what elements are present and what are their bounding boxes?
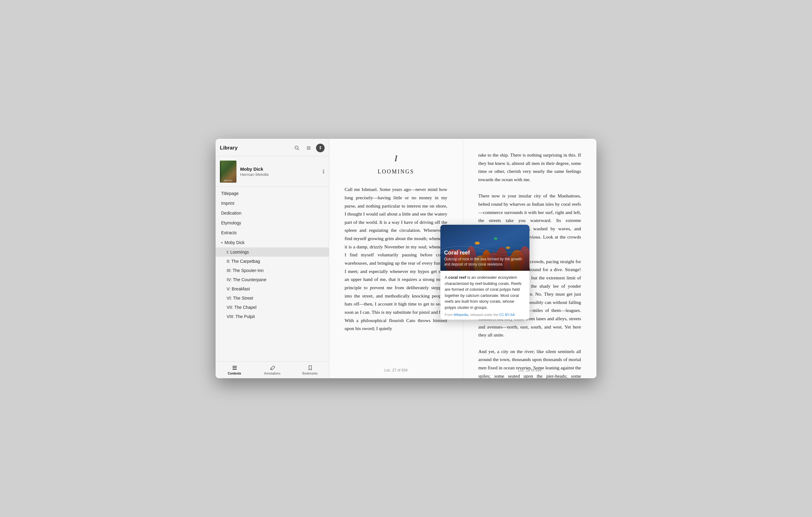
- page-left-text: Call me Ishmael. Some years ago—never mi…: [345, 185, 447, 333]
- toc-item-titlepage[interactable]: Titlepage: [215, 188, 329, 198]
- toc-item-ch4[interactable]: IV: The Counterpane: [215, 275, 329, 284]
- sidebar-header: Library: [215, 139, 329, 156]
- reading-area: I Loomings Call me Ishmael. Some years a…: [329, 139, 597, 378]
- tooltip-image: Coral reef Outcrop of rock in the sea fo…: [440, 225, 529, 271]
- toc-list: Titlepage Imprint Dedication Etymology E…: [215, 187, 329, 361]
- toc-item-ch1[interactable]: I: Loomings: [215, 247, 329, 257]
- wikipedia-link[interactable]: Wikipedia: [454, 313, 468, 316]
- tab-bookmarks-label: Bookmarks: [302, 372, 318, 375]
- sidebar: Library: [215, 139, 329, 378]
- tooltip-image-caption: Outcrop of rock in the sea formed by the…: [444, 257, 526, 267]
- book-author: Herman Melville: [240, 172, 319, 177]
- tooltip-desc-text: is an underwater ecosystem characterized…: [445, 275, 521, 310]
- tab-annotations-label: Annotations: [264, 372, 281, 375]
- toc-item-extracts[interactable]: Extracts: [215, 228, 329, 238]
- svg-line-1: [298, 149, 299, 150]
- toc-item-ch3[interactable]: III: The Spouter-Inn: [215, 266, 329, 275]
- page-left-location: Loc. 27 of 934: [329, 367, 463, 373]
- tooltip-title: Coral reef: [444, 250, 526, 256]
- svg-point-25: [494, 237, 497, 240]
- tooltip-source: From Wikipedia, released under the CC BY…: [445, 313, 525, 316]
- info-icon[interactable]: ℹ: [322, 168, 325, 175]
- toc-item-ch5[interactable]: V: Breakfast: [215, 284, 329, 294]
- tab-annotations[interactable]: Annotations: [253, 362, 291, 378]
- sidebar-footer: Contents Annotations Bookmarks: [215, 361, 329, 378]
- tab-contents[interactable]: Contents: [215, 362, 253, 378]
- app-window: Library: [215, 139, 597, 378]
- tab-bookmarks[interactable]: Bookmarks: [291, 362, 329, 378]
- book-info: MOBY DICK Moby Dick Herman Melville ℹ: [215, 156, 329, 187]
- book-cover: MOBY DICK: [220, 160, 236, 183]
- svg-point-24: [475, 242, 480, 245]
- tooltip-description: A coral reef is an underwater ecosystem …: [445, 274, 525, 310]
- sidebar-header-icons: [293, 144, 325, 152]
- tooltip-keyword: coral reef: [448, 275, 466, 280]
- toc-section-label: Moby Dick: [225, 240, 244, 245]
- tab-contents-label: Contents: [228, 372, 241, 375]
- search-button[interactable]: [293, 144, 301, 152]
- chapter-title: Loomings: [345, 167, 447, 177]
- book-title: Moby Dick: [240, 166, 319, 172]
- toc-item-ch8[interactable]: VIII: The Pulpit: [215, 312, 329, 321]
- license-link[interactable]: CC BY-SA: [499, 313, 515, 316]
- chapter-numeral: I: [345, 151, 447, 166]
- page-right-location: Loc. 28 of 934: [463, 367, 597, 373]
- toc-item-imprint[interactable]: Imprint: [215, 198, 329, 208]
- svg-rect-9: [232, 367, 237, 368]
- toc-item-etymology[interactable]: Etymology: [215, 218, 329, 228]
- toc-item-dedication[interactable]: Dedication: [215, 208, 329, 218]
- toc-section-moby-dick[interactable]: ▾ Moby Dick: [215, 238, 329, 247]
- svg-rect-8: [232, 366, 237, 367]
- chevron-down-icon: ▾: [221, 241, 223, 244]
- toc-item-ch6[interactable]: VI: The Street: [215, 294, 329, 303]
- book-meta: Moby Dick Herman Melville: [240, 166, 319, 177]
- tooltip-image-overlay: Coral reef Outcrop of rock in the sea fo…: [440, 246, 529, 271]
- toc-item-ch2[interactable]: II: The Carpetbag: [215, 257, 329, 266]
- svg-point-5: [320, 146, 321, 147]
- tooltip-body: A coral reef is an underwater ecosystem …: [440, 271, 529, 320]
- svg-rect-10: [232, 369, 237, 370]
- sidebar-title: Library: [220, 145, 293, 151]
- pin-button[interactable]: [316, 144, 325, 152]
- toc-item-ch7[interactable]: VII: The Chapel: [215, 303, 329, 312]
- menu-button[interactable]: [304, 144, 313, 152]
- tooltip-popup: Coral reef Outcrop of rock in the sea fo…: [440, 225, 529, 320]
